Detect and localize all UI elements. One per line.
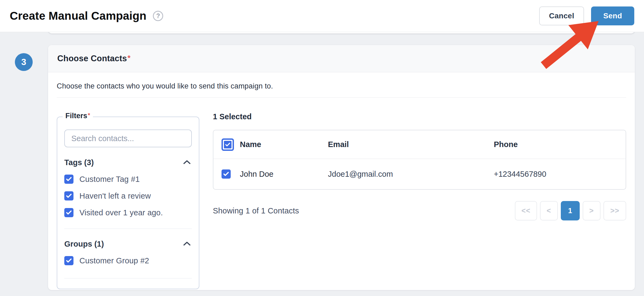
filter-option-row[interactable]: Visited over 1 year ago. bbox=[64, 208, 192, 217]
page-title: Create Manual Campaign bbox=[10, 9, 146, 22]
tags-section-title: Tags (3) bbox=[64, 158, 94, 167]
select-all-checkbox[interactable] bbox=[222, 138, 234, 151]
column-header-name[interactable]: Name bbox=[240, 140, 328, 149]
section-description: Choose the contacts who you would like t… bbox=[57, 82, 626, 90]
filter-option-label: Haven't left a review bbox=[79, 192, 151, 200]
card-header: Choose Contacts* bbox=[48, 45, 635, 72]
row-checkbox[interactable] bbox=[222, 169, 231, 179]
filter-option-row[interactable]: Haven't left a review bbox=[64, 191, 192, 200]
cell-phone: +12344567890 bbox=[494, 170, 626, 179]
filters-legend-text: Filters bbox=[65, 112, 87, 120]
checkbox-checked-icon[interactable] bbox=[64, 256, 73, 265]
checkbox-checked-icon[interactable] bbox=[64, 208, 73, 217]
step-number-badge: 3 bbox=[15, 53, 33, 71]
chevron-up-icon bbox=[183, 241, 191, 247]
pagination-prev-button[interactable]: < bbox=[540, 201, 558, 220]
showing-count-text: Showing 1 of 1 Contacts bbox=[213, 206, 299, 215]
section-title-text: Choose Contacts bbox=[57, 54, 127, 63]
groups-section-title: Groups (1) bbox=[64, 240, 104, 249]
table-row[interactable]: John Doe Jdoe1@gmail.com +12344567890 bbox=[213, 159, 626, 189]
pagination-first-button[interactable]: << bbox=[515, 201, 537, 220]
filter-option-row[interactable]: Customer Group #2 bbox=[64, 256, 192, 265]
choose-contacts-card: Choose Contacts* Choose the contacts who… bbox=[48, 45, 635, 290]
help-icon[interactable]: ? bbox=[153, 11, 163, 21]
send-button[interactable]: Send bbox=[591, 6, 634, 25]
pagination: << < 1 > >> bbox=[515, 201, 626, 220]
table-header-row: Name Email Phone bbox=[213, 130, 626, 159]
contacts-table: Name Email Phone John Doe Jdoe1@gmail.co… bbox=[213, 130, 626, 190]
pagination-next-button[interactable]: > bbox=[583, 201, 601, 220]
checkbox-checked-icon[interactable] bbox=[64, 175, 73, 184]
cancel-button[interactable]: Cancel bbox=[539, 6, 584, 25]
filter-option-label: Visited over 1 year ago. bbox=[79, 208, 163, 217]
filter-option-label: Customer Tag #1 bbox=[79, 175, 140, 184]
divider bbox=[64, 278, 192, 278]
selected-count: 1 Selected bbox=[213, 112, 626, 121]
divider bbox=[57, 97, 626, 98]
filter-option-label: Customer Group #2 bbox=[79, 256, 149, 265]
filters-required-asterisk: * bbox=[88, 112, 90, 118]
checkbox-checked-icon bbox=[224, 141, 232, 148]
chevron-up-icon bbox=[183, 160, 191, 165]
pagination-last-button[interactable]: >> bbox=[603, 201, 626, 220]
top-bar: Create Manual Campaign ? Cancel Send bbox=[0, 0, 644, 32]
divider bbox=[64, 229, 192, 229]
column-header-email[interactable]: Email bbox=[328, 140, 494, 149]
filter-option-row[interactable]: Customer Tag #1 bbox=[64, 175, 192, 184]
pagination-page-1-button[interactable]: 1 bbox=[561, 201, 580, 220]
filters-legend: Filters* bbox=[63, 112, 93, 120]
checkbox-checked-icon[interactable] bbox=[64, 191, 73, 200]
search-input[interactable] bbox=[64, 130, 192, 147]
cell-email: Jdoe1@gmail.com bbox=[328, 170, 494, 179]
tags-collapse-button[interactable] bbox=[182, 159, 192, 166]
filters-panel: Filters* Tags (3) Customer bbox=[57, 117, 199, 289]
column-header-phone[interactable]: Phone bbox=[494, 140, 626, 149]
cell-name: John Doe bbox=[240, 170, 328, 179]
required-asterisk: * bbox=[128, 54, 130, 62]
groups-collapse-button[interactable] bbox=[182, 240, 192, 248]
section-title: Choose Contacts* bbox=[57, 54, 130, 63]
